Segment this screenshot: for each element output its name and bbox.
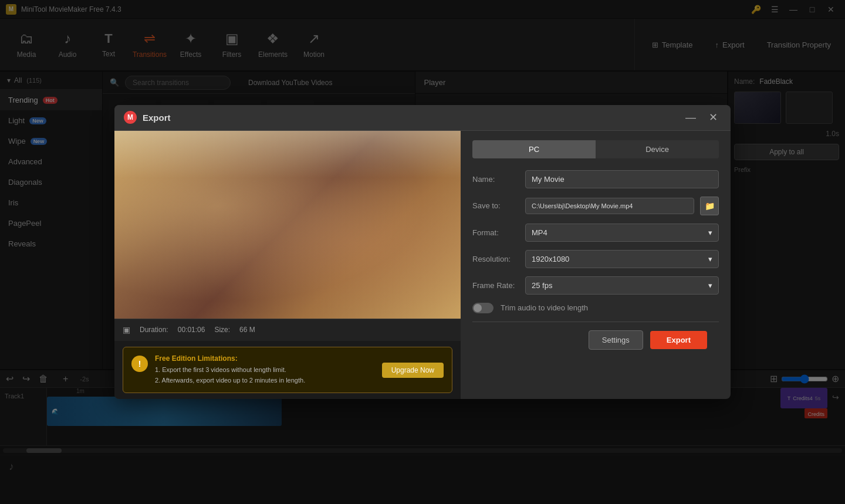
duration-label-text: Duration: [140,326,168,334]
export-settings: PC Device Name: Save to: 📁 Format: [461,131,731,399]
modal-footer: Settings Export [472,322,719,358]
name-field-row: Name: [472,170,719,188]
settings-button[interactable]: Settings [589,330,643,350]
save-to-field-row: Save to: 📁 [472,197,719,215]
resolution-field-row: Resolution: 1920x1080 ▾ [472,250,719,268]
resolution-chevron-icon: ▾ [708,255,712,263]
trim-audio-row: Trim audio to video length [472,303,719,313]
resolution-select[interactable]: 1920x1080 ▾ [525,250,719,268]
frame-rate-field-row: Frame Rate: 25 fps ▾ [472,276,719,295]
resolution-value: 1920x1080 [532,255,569,263]
warning-text: Free Edition Limitations: 1. Export the … [155,354,375,385]
warning-body: 1. Export the first 3 videos without len… [155,365,375,385]
preview-overlay [114,131,461,178]
modal-app-icon: M [124,111,137,124]
warning-line2: 2. Afterwards, export video up to 2 minu… [155,376,375,386]
size-label-text: Size: [214,326,230,334]
warning-title: Free Edition Limitations: [155,354,375,363]
video-preview: ▣ Duration: 00:01:06 Size: 66 M ! Free E… [114,131,461,399]
modal-backdrop: M Export — ✕ ▣ Duration: 00:01:06 Size: … [0,0,845,504]
format-field-row: Format: MP4 ▾ [472,224,719,242]
name-field-label: Name: [472,175,519,184]
save-to-label: Save to: [472,201,519,210]
preview-canvas [114,131,461,319]
duration-value: 00:01:06 [178,326,205,334]
trim-audio-label: Trim audio to video length [501,303,588,312]
warning-icon: ! [131,356,148,372]
frame-rate-label: Frame Rate: [472,281,519,290]
modal-body: ▣ Duration: 00:01:06 Size: 66 M ! Free E… [114,131,731,399]
warning-line1: 1. Export the first 3 videos without len… [155,365,375,376]
browse-button[interactable]: 📁 [700,197,719,215]
frame-rate-chevron-icon: ▾ [708,281,712,290]
tab-pc[interactable]: PC [472,140,596,158]
preview-file-icon: ▣ [123,325,130,334]
resolution-label: Resolution: [472,255,519,263]
format-label: Format: [472,228,519,237]
size-value: 66 M [239,326,255,334]
modal-close-button[interactable]: ✕ [705,109,721,126]
name-input[interactable] [525,170,719,188]
format-value: MP4 [532,228,547,237]
tab-device[interactable]: Device [596,140,719,158]
frame-rate-select[interactable]: 25 fps ▾ [525,276,719,295]
format-select[interactable]: MP4 ▾ [525,224,719,242]
export-submit-button[interactable]: Export [650,331,707,349]
upgrade-now-button[interactable]: Upgrade Now [382,363,444,378]
modal-minimize-button[interactable]: — [682,109,699,126]
export-modal: M Export — ✕ ▣ Duration: 00:01:06 Size: … [114,105,731,399]
platform-tabs: PC Device [472,140,719,158]
frame-rate-value: 25 fps [532,281,552,290]
modal-title: Export [143,113,677,123]
save-to-input[interactable] [525,198,694,214]
preview-info: ▣ Duration: 00:01:06 Size: 66 M [114,319,461,341]
free-edition-warning: ! Free Edition Limitations: 1. Export th… [123,347,452,393]
trim-audio-toggle[interactable] [472,303,494,313]
modal-header: M Export — ✕ [114,105,731,131]
format-chevron-icon: ▾ [708,228,712,237]
